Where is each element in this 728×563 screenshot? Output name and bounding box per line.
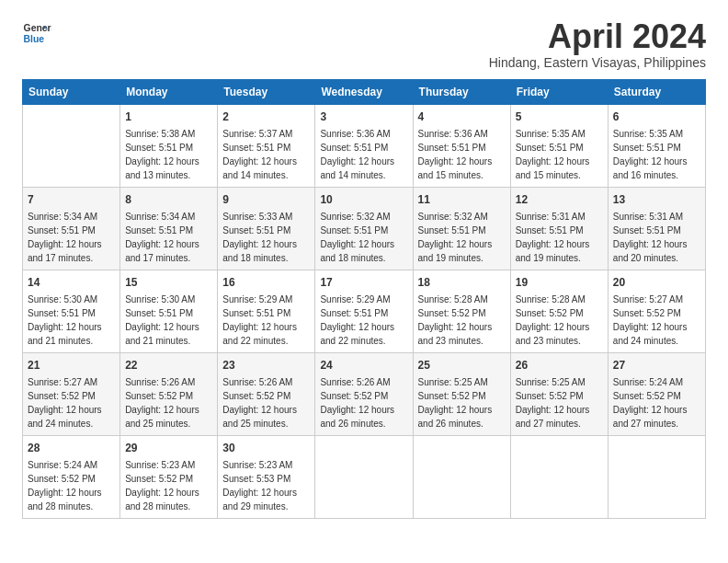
calendar-week-2: 7Sunrise: 5:34 AM Sunset: 5:51 PM Daylig…: [23, 187, 706, 270]
day-info: Sunrise: 5:30 AM Sunset: 5:51 PM Dayligh…: [28, 293, 115, 348]
day-info: Sunrise: 5:32 AM Sunset: 5:51 PM Dayligh…: [418, 210, 506, 265]
svg-text:General: General: [24, 23, 51, 33]
day-number: 25: [418, 357, 506, 373]
calendar-body: 1Sunrise: 5:38 AM Sunset: 5:51 PM Daylig…: [23, 104, 706, 518]
day-number: 6: [613, 109, 700, 125]
day-info: Sunrise: 5:35 AM Sunset: 5:51 PM Dayligh…: [613, 127, 700, 182]
day-number: 24: [320, 357, 407, 373]
location-subtitle: Hindang, Eastern Visayas, Philippines: [489, 55, 706, 70]
day-info: Sunrise: 5:29 AM Sunset: 5:51 PM Dayligh…: [320, 293, 407, 348]
calendar-week-5: 28Sunrise: 5:24 AM Sunset: 5:52 PM Dayli…: [23, 435, 706, 518]
day-number: 13: [613, 191, 700, 208]
calendar-cell: 1Sunrise: 5:38 AM Sunset: 5:51 PM Daylig…: [120, 104, 218, 187]
day-info: Sunrise: 5:24 AM Sunset: 5:52 PM Dayligh…: [613, 375, 700, 431]
col-header-friday: Friday: [510, 79, 608, 104]
header: General Blue April 2024 Hindang, Eastern…: [22, 18, 706, 70]
day-info: Sunrise: 5:33 AM Sunset: 5:51 PM Dayligh…: [222, 210, 310, 265]
day-number: 8: [125, 191, 212, 208]
day-number: 22: [125, 357, 212, 373]
title-block: April 2024 Hindang, Eastern Visayas, Phi…: [489, 18, 706, 70]
day-info: Sunrise: 5:25 AM Sunset: 5:52 PM Dayligh…: [418, 375, 506, 431]
day-number: 2: [222, 109, 310, 125]
calendar-cell: [510, 435, 608, 518]
day-info: Sunrise: 5:27 AM Sunset: 5:52 PM Dayligh…: [28, 375, 115, 431]
day-number: 4: [418, 109, 506, 125]
col-header-saturday: Saturday: [608, 79, 705, 104]
col-header-monday: Monday: [120, 79, 218, 104]
calendar-cell: 29Sunrise: 5:23 AM Sunset: 5:52 PM Dayli…: [120, 435, 218, 518]
calendar-cell: 4Sunrise: 5:36 AM Sunset: 5:51 PM Daylig…: [413, 104, 510, 187]
day-info: Sunrise: 5:32 AM Sunset: 5:51 PM Dayligh…: [320, 210, 407, 265]
calendar-cell: [413, 435, 510, 518]
calendar-cell: 26Sunrise: 5:25 AM Sunset: 5:52 PM Dayli…: [510, 352, 608, 435]
calendar-cell: [315, 435, 413, 518]
calendar-cell: 21Sunrise: 5:27 AM Sunset: 5:52 PM Dayli…: [23, 352, 120, 435]
calendar-cell: 13Sunrise: 5:31 AM Sunset: 5:51 PM Dayli…: [608, 187, 705, 270]
day-info: Sunrise: 5:30 AM Sunset: 5:51 PM Dayligh…: [125, 293, 212, 348]
calendar-cell: 12Sunrise: 5:31 AM Sunset: 5:51 PM Dayli…: [510, 187, 608, 270]
day-info: Sunrise: 5:26 AM Sunset: 5:52 PM Dayligh…: [125, 375, 212, 431]
calendar-cell: 8Sunrise: 5:34 AM Sunset: 5:51 PM Daylig…: [120, 187, 218, 270]
day-number: 14: [28, 274, 115, 291]
calendar-week-1: 1Sunrise: 5:38 AM Sunset: 5:51 PM Daylig…: [23, 104, 706, 187]
col-header-tuesday: Tuesday: [218, 79, 315, 104]
day-info: Sunrise: 5:23 AM Sunset: 5:53 PM Dayligh…: [222, 458, 310, 513]
calendar-cell: 6Sunrise: 5:35 AM Sunset: 5:51 PM Daylig…: [608, 104, 705, 187]
calendar-cell: 5Sunrise: 5:35 AM Sunset: 5:51 PM Daylig…: [510, 104, 608, 187]
day-number: 15: [125, 274, 212, 291]
day-number: 16: [222, 274, 310, 291]
day-number: 3: [320, 109, 407, 125]
day-number: 26: [516, 357, 603, 373]
day-info: Sunrise: 5:28 AM Sunset: 5:52 PM Dayligh…: [418, 293, 506, 348]
day-info: Sunrise: 5:26 AM Sunset: 5:52 PM Dayligh…: [320, 375, 407, 431]
day-info: Sunrise: 5:36 AM Sunset: 5:51 PM Dayligh…: [320, 127, 407, 182]
day-number: 17: [320, 274, 407, 291]
calendar-cell: [608, 435, 705, 518]
svg-text:Blue: Blue: [24, 34, 45, 44]
calendar-cell: 24Sunrise: 5:26 AM Sunset: 5:52 PM Dayli…: [315, 352, 413, 435]
calendar-cell: 16Sunrise: 5:29 AM Sunset: 5:51 PM Dayli…: [218, 270, 315, 352]
col-header-wednesday: Wednesday: [315, 79, 413, 104]
col-header-sunday: Sunday: [23, 79, 120, 104]
calendar-week-4: 21Sunrise: 5:27 AM Sunset: 5:52 PM Dayli…: [23, 352, 706, 435]
day-number: 28: [28, 440, 115, 456]
calendar-cell: 3Sunrise: 5:36 AM Sunset: 5:51 PM Daylig…: [315, 104, 413, 187]
calendar-cell: 23Sunrise: 5:26 AM Sunset: 5:52 PM Dayli…: [218, 352, 315, 435]
day-info: Sunrise: 5:27 AM Sunset: 5:52 PM Dayligh…: [613, 293, 700, 348]
day-number: 5: [516, 109, 603, 125]
month-title: April 2024: [489, 18, 706, 55]
calendar-cell: [23, 104, 120, 187]
calendar-cell: 11Sunrise: 5:32 AM Sunset: 5:51 PM Dayli…: [413, 187, 510, 270]
calendar-header-row: SundayMondayTuesdayWednesdayThursdayFrid…: [23, 79, 706, 104]
day-number: 29: [125, 440, 212, 456]
day-info: Sunrise: 5:34 AM Sunset: 5:51 PM Dayligh…: [125, 210, 212, 265]
day-number: 21: [28, 357, 115, 373]
calendar-cell: 14Sunrise: 5:30 AM Sunset: 5:51 PM Dayli…: [23, 270, 120, 352]
day-number: 10: [320, 191, 407, 208]
calendar-cell: 19Sunrise: 5:28 AM Sunset: 5:52 PM Dayli…: [510, 270, 608, 352]
calendar-cell: 2Sunrise: 5:37 AM Sunset: 5:51 PM Daylig…: [218, 104, 315, 187]
calendar-cell: 25Sunrise: 5:25 AM Sunset: 5:52 PM Dayli…: [413, 352, 510, 435]
calendar-cell: 17Sunrise: 5:29 AM Sunset: 5:51 PM Dayli…: [315, 270, 413, 352]
day-info: Sunrise: 5:23 AM Sunset: 5:52 PM Dayligh…: [125, 458, 212, 513]
day-info: Sunrise: 5:26 AM Sunset: 5:52 PM Dayligh…: [222, 375, 310, 431]
day-info: Sunrise: 5:38 AM Sunset: 5:51 PM Dayligh…: [125, 127, 212, 182]
day-info: Sunrise: 5:34 AM Sunset: 5:51 PM Dayligh…: [28, 210, 115, 265]
day-number: 7: [28, 191, 115, 208]
day-number: 27: [613, 357, 700, 373]
logo: General Blue: [22, 18, 51, 48]
col-header-thursday: Thursday: [413, 79, 510, 104]
calendar-week-3: 14Sunrise: 5:30 AM Sunset: 5:51 PM Dayli…: [23, 270, 706, 352]
calendar-cell: 10Sunrise: 5:32 AM Sunset: 5:51 PM Dayli…: [315, 187, 413, 270]
calendar-cell: 30Sunrise: 5:23 AM Sunset: 5:53 PM Dayli…: [218, 435, 315, 518]
calendar-cell: 18Sunrise: 5:28 AM Sunset: 5:52 PM Dayli…: [413, 270, 510, 352]
calendar-cell: 15Sunrise: 5:30 AM Sunset: 5:51 PM Dayli…: [120, 270, 218, 352]
calendar-cell: 7Sunrise: 5:34 AM Sunset: 5:51 PM Daylig…: [23, 187, 120, 270]
day-number: 11: [418, 191, 506, 208]
day-info: Sunrise: 5:36 AM Sunset: 5:51 PM Dayligh…: [418, 127, 506, 182]
day-number: 12: [516, 191, 603, 208]
day-info: Sunrise: 5:35 AM Sunset: 5:51 PM Dayligh…: [516, 127, 603, 182]
day-info: Sunrise: 5:31 AM Sunset: 5:51 PM Dayligh…: [516, 210, 603, 265]
day-number: 19: [516, 274, 603, 291]
day-number: 20: [613, 274, 700, 291]
